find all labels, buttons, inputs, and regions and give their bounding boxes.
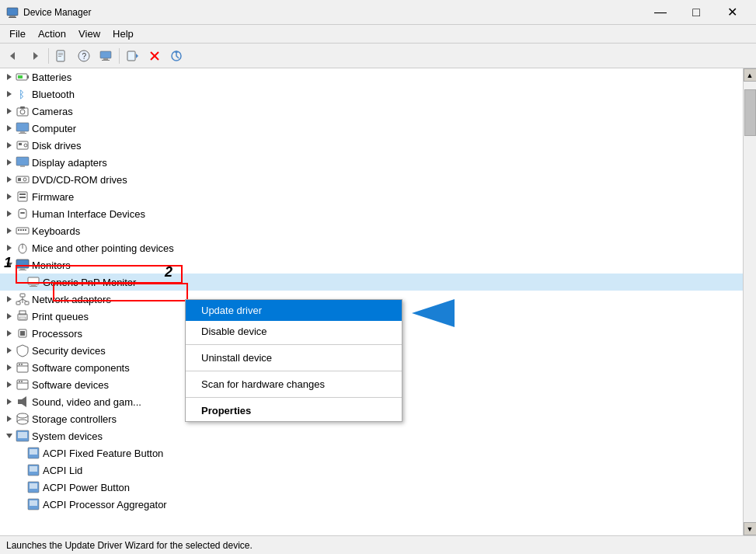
expand-button-displayadapters[interactable] — [3, 156, 16, 169]
expand-button-mice[interactable] — [3, 242, 16, 254]
context-menu-scan-hardware[interactable]: Scan for hardware changes — [186, 374, 402, 395]
menu-view[interactable]: View — [72, 26, 106, 41]
context-menu-update-driver[interactable]: Update driver — [186, 300, 402, 321]
expand-button-soundvideo[interactable] — [3, 395, 16, 408]
expand-button-acpi-fixed[interactable] — [19, 447, 26, 459]
title-bar: Device Manager — □ ✕ — [0, 0, 756, 25]
expand-button-firmware[interactable] — [3, 190, 16, 203]
expand-button-hid[interactable] — [3, 207, 16, 220]
context-menu-disable-device[interactable]: Disable device — [186, 321, 402, 342]
svg-marker-79 — [7, 330, 12, 336]
expand-button-acpi-power[interactable] — [19, 481, 26, 493]
scroll-thumb[interactable] — [744, 89, 756, 136]
update-driver-toolbar-button[interactable] — [123, 47, 143, 65]
tree-item-mice[interactable]: Mice and other pointing devices — [0, 239, 743, 256]
expand-button-cameras[interactable] — [3, 105, 16, 117]
expand-button-printqueues[interactable] — [3, 310, 16, 322]
svg-marker-4 — [33, 52, 38, 60]
svg-rect-1 — [9, 16, 16, 17]
expand-button-keyboards[interactable] — [3, 225, 16, 237]
maximize-button[interactable]: □ — [678, 0, 714, 25]
back-button[interactable] — [3, 47, 23, 65]
tree-item-label-securitydevices: Security devices — [32, 345, 106, 357]
tree-item-generic-pnp[interactable]: Generic PnP Monitor — [0, 274, 743, 291]
svg-rect-69 — [20, 294, 25, 297]
scroll-track[interactable] — [744, 82, 757, 522]
tree-item-acpi-fixed[interactable]: ACPI Fixed Feature Button — [0, 444, 743, 462]
close-button[interactable]: ✕ — [714, 0, 750, 25]
expand-button-softwarecomponents[interactable] — [3, 361, 16, 374]
expand-button-computer[interactable] — [3, 122, 16, 134]
expand-button-batteries[interactable] — [3, 71, 16, 83]
expand-button-dvdrom[interactable] — [3, 173, 16, 186]
tree-item-label-networkadapters: Network adapters — [32, 294, 111, 305]
print-icon — [16, 309, 30, 323]
svg-rect-29 — [20, 106, 25, 109]
tree-item-systemdevices[interactable]: System devices — [0, 427, 743, 444]
menu-file[interactable]: File — [3, 26, 32, 41]
vertical-scrollbar[interactable]: ▲ ▼ — [743, 68, 756, 535]
expand-button-acpi-lid[interactable] — [19, 464, 26, 476]
tree-item-diskdrives[interactable]: Disk drives — [0, 137, 743, 154]
tree-item-label-bluetooth: Bluetooth — [32, 89, 75, 100]
expand-button-diskdrives[interactable] — [3, 139, 16, 152]
window-title: Device Manager — [23, 7, 643, 18]
help-toolbar-button[interactable]: ? — [74, 47, 94, 65]
tree-item-firmware[interactable]: Firmware — [0, 188, 743, 205]
tree-item-hid[interactable]: Human Interface Devices — [0, 205, 743, 222]
expand-button-softwaredevices[interactable] — [3, 378, 16, 391]
tree-item-monitors[interactable]: Monitors — [0, 256, 743, 274]
device-tree[interactable]: 1 2 3 Update driver Disable device Unins… — [0, 68, 743, 535]
svg-marker-24 — [7, 91, 12, 97]
svg-marker-49 — [7, 211, 12, 217]
svg-rect-103 — [18, 432, 27, 438]
battery-icon — [16, 70, 30, 84]
expand-button-networkadapters[interactable] — [3, 293, 16, 305]
context-menu-properties[interactable]: Properties — [186, 400, 402, 421]
tree-item-dvdrom[interactable]: DVD/CD-ROM drives — [0, 171, 743, 188]
svg-rect-51 — [20, 212, 25, 214]
tree-item-bluetooth[interactable]: ᛒBluetooth — [0, 85, 743, 103]
svg-marker-52 — [7, 228, 12, 234]
expand-button-processors[interactable] — [3, 327, 16, 340]
tree-item-batteries[interactable]: Batteries — [0, 68, 743, 85]
scan-button[interactable] — [166, 47, 186, 65]
menu-help[interactable]: Help — [106, 26, 140, 41]
expand-button-bluetooth[interactable] — [3, 88, 16, 100]
menu-action[interactable]: Action — [32, 26, 72, 41]
tree-item-acpi-power[interactable]: ACPI Power Button — [0, 479, 743, 496]
menu-bar: File Action View Help — [0, 25, 756, 44]
expand-button-generic-pnp[interactable] — [19, 276, 26, 288]
forward-button[interactable] — [25, 47, 45, 65]
minimize-button[interactable]: — — [643, 0, 678, 25]
svg-marker-34 — [7, 142, 12, 148]
tree-item-cameras[interactable]: Cameras — [0, 103, 743, 120]
expand-button-storagecontrollers[interactable] — [3, 413, 16, 425]
scroll-up-button[interactable]: ▲ — [744, 68, 757, 82]
mouse-icon — [16, 241, 30, 255]
tree-item-keyboards[interactable]: Keyboards — [0, 222, 743, 239]
svg-rect-107 — [30, 466, 37, 472]
tree-item-label-dvdrom: DVD/CD-ROM drives — [32, 174, 127, 186]
tree-item-displayadapters[interactable]: Display adapters — [0, 154, 743, 171]
scroll-down-button[interactable]: ▼ — [744, 522, 757, 535]
security-icon — [16, 343, 30, 357]
svg-rect-67 — [30, 286, 37, 287]
remove-button[interactable] — [145, 47, 165, 65]
svg-rect-109 — [30, 483, 37, 489]
computer-toolbar-button[interactable] — [96, 47, 116, 65]
context-menu-uninstall-device[interactable]: Uninstall device — [186, 347, 402, 368]
toolbar: ? — [0, 44, 756, 68]
svg-rect-22 — [27, 75, 29, 78]
tree-item-computer[interactable]: Computer — [0, 120, 743, 137]
tree-item-label-processors: Processors — [32, 328, 82, 340]
svg-rect-7 — [58, 54, 63, 55]
expand-button-securitydevices[interactable] — [3, 344, 16, 357]
properties-toolbar-button[interactable] — [52, 47, 72, 65]
svg-rect-23 — [18, 75, 23, 78]
expand-button-systemdevices[interactable] — [3, 430, 16, 442]
tree-item-acpi-processor[interactable]: ACPI Processor Aggregator — [0, 496, 743, 513]
context-menu-sep-1 — [186, 344, 402, 345]
tree-item-acpi-lid[interactable]: ACPI Lid — [0, 462, 743, 479]
expand-button-acpi-processor[interactable] — [19, 498, 26, 510]
